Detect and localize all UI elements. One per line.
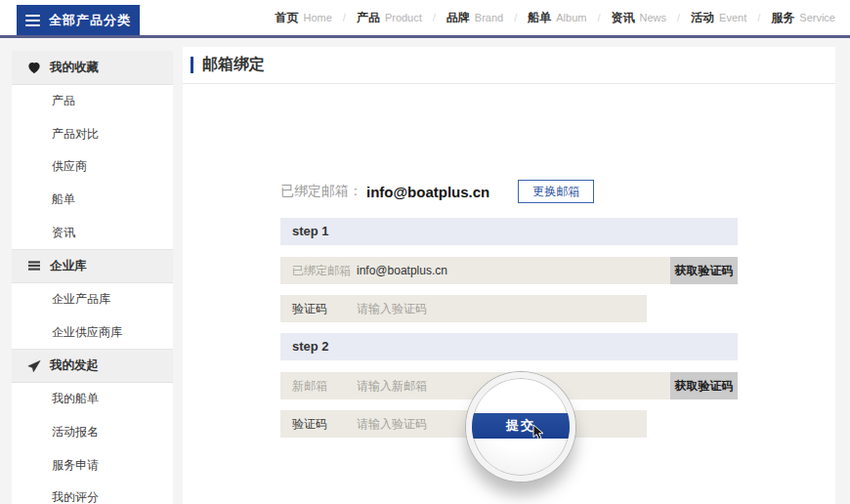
nav-event-en: Event [719,12,746,23]
get-code-button-step1[interactable]: 获取验证码 [670,257,738,284]
nav-product[interactable]: 产品Product [357,10,422,26]
sidebar-section-my-initiatives[interactable]: 我的发起 [12,349,173,383]
nav-event[interactable]: 活动Event [691,10,746,26]
bound-email-value: info@boatplus.cn [366,184,489,200]
sidebar-item-my-album[interactable]: 我的船单 [12,383,173,416]
sidebar-item-label: 我的船单 [52,391,99,407]
nav-separator: / [677,12,680,23]
bound-email-label: 已绑定邮箱： [280,183,362,200]
nav-separator: / [343,12,346,23]
nav-service[interactable]: 服务Service [771,10,835,26]
nav-home-zh: 首页 [275,10,298,26]
top-nav: 首页Home / 产品Product / 品牌Brand / 船单Album /… [275,0,835,35]
sidebar-item-my-rating[interactable]: 我的评分 [12,482,173,504]
change-email-button[interactable]: 更换邮箱 [518,180,594,203]
sidebar-item-label: 船单 [52,191,75,208]
magnifier-lens: 提交 [466,372,575,482]
bound-email-row: 已绑定邮箱 info@boatplus.cn 获取验证码 [280,257,738,284]
sidebar-item-label: 服务申请 [52,457,99,474]
new-email-label: 新邮箱 [280,378,357,395]
step1-header: step 1 [280,218,738,245]
nav-brand-en: Brand [475,12,503,23]
nav-news-zh: 资讯 [612,10,635,26]
sidebar-section-label: 我的发起 [50,357,99,374]
sidebar-item-service-request[interactable]: 服务申请 [12,448,173,482]
bound-email-field-label: 已绑定邮箱 [280,263,357,279]
sidebar-item-enterprise-supplier-library[interactable]: 企业供应商库 [12,316,173,350]
nav-news-en: News [640,12,667,23]
verification-code-field-step2: 验证码 [280,410,647,438]
submit-button[interactable]: 提交 [466,413,575,439]
nav-service-zh: 服务 [771,10,794,26]
sidebar: 我的收藏 产品 产品对比 供应商 船单 资讯 企业库 企业产品库 企业供应商库 … [12,51,173,504]
sidebar-section-label: 企业库 [50,258,87,274]
sidebar-section-label: 我的收藏 [50,60,99,76]
nav-separator: / [433,12,436,23]
nav-service-en: Service [799,12,835,23]
hamburger-icon [25,15,40,26]
all-categories-button[interactable]: 全部产品分类 [17,5,140,35]
title-accent-bar [191,57,193,73]
main-content: 邮箱绑定 已绑定邮箱： info@boatplus.cn 更换邮箱 step 1… [183,47,835,504]
sidebar-item-label: 企业供应商库 [52,324,122,341]
page-title-row: 邮箱绑定 [183,47,835,84]
bound-email-field-value: info@boatplus.cn [357,264,447,277]
nav-separator: / [597,12,600,23]
verification-code-row-step1: 验证码 [280,295,738,322]
sidebar-section-enterprise-library[interactable]: 企业库 [12,249,173,283]
get-code-button-step2[interactable]: 获取验证码 [670,372,738,399]
nav-album-en: Album [556,12,586,23]
bound-email-field: 已绑定邮箱 info@boatplus.cn [280,257,670,284]
verification-code-label-step1: 验证码 [280,301,357,317]
verification-code-input-step1[interactable] [357,295,647,322]
sidebar-item-product[interactable]: 产品 [12,85,173,118]
sidebar-item-event-signup[interactable]: 活动报名 [12,416,173,449]
sidebar-item-label: 产品 [52,93,75,109]
sidebar-item-label: 我的评分 [52,489,99,504]
page-title: 邮箱绑定 [202,55,265,75]
top-header: 全部产品分类 首页Home / 产品Product / 品牌Brand / 船单… [0,0,850,38]
all-categories-label: 全部产品分类 [49,12,131,29]
bound-email-line: 已绑定邮箱： info@boatplus.cn 更换邮箱 [280,179,738,204]
nav-separator: / [757,12,760,23]
nav-separator: / [514,12,517,23]
sidebar-item-label: 企业产品库 [52,291,110,308]
nav-brand[interactable]: 品牌Brand [446,10,503,26]
sidebar-item-supplier[interactable]: 供应商 [12,150,173,184]
nav-album[interactable]: 船单Album [528,10,586,26]
sidebar-item-label: 资讯 [52,225,75,241]
sidebar-item-news[interactable]: 资讯 [12,216,173,249]
sidebar-item-album[interactable]: 船单 [12,184,173,217]
sidebar-section-my-favorites[interactable]: 我的收藏 [12,51,173,85]
verification-code-field-step1: 验证码 [280,295,647,322]
paper-plane-icon [27,359,41,373]
sidebar-item-enterprise-product-library[interactable]: 企业产品库 [12,283,173,316]
verification-code-label-step2: 验证码 [280,416,357,433]
sidebar-item-label: 供应商 [52,158,87,175]
mouse-cursor-icon [532,424,545,441]
nav-album-zh: 船单 [528,10,551,26]
nav-brand-zh: 品牌 [446,10,470,26]
nav-home-en: Home [303,12,331,23]
sidebar-item-product-compare[interactable]: 产品对比 [12,118,173,151]
sidebar-item-label: 活动报名 [52,424,99,441]
nav-news[interactable]: 资讯News [612,10,667,26]
list-icon [27,260,41,272]
nav-home[interactable]: 首页Home [275,10,331,26]
nav-event-zh: 活动 [691,10,714,26]
sidebar-item-label: 产品对比 [52,126,99,143]
nav-product-zh: 产品 [357,10,380,26]
nav-product-en: Product [385,12,422,23]
heart-icon [27,62,41,74]
step2-header: step 2 [280,333,738,360]
